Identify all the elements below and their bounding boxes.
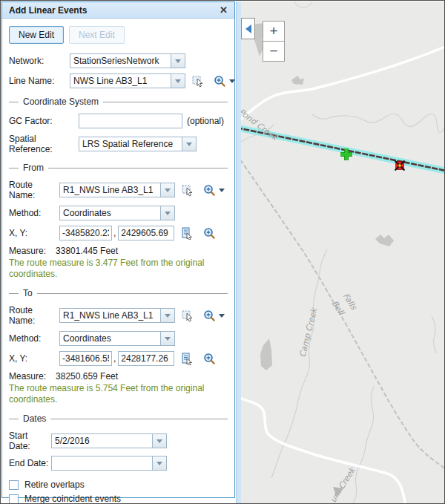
end-date-value: [51, 456, 153, 471]
line-name-dropdown-button[interactable]: [171, 73, 185, 88]
chevron-down-icon: [156, 439, 162, 443]
to-method-value: Coordinates: [59, 331, 161, 346]
to-method-dropdown-button[interactable]: [161, 331, 175, 346]
gc-factor-input[interactable]: [79, 114, 182, 128]
zoom-out-button[interactable]: −: [263, 41, 285, 62]
chevron-down-icon[interactable]: [229, 79, 235, 83]
chevron-down-icon: [165, 314, 171, 318]
from-method-select[interactable]: Coordinates: [59, 206, 175, 220]
to-measure-value: 38250.659 Feet: [56, 371, 118, 382]
from-route-name-label: Route Name:: [9, 180, 59, 200]
from-method-label: Method:: [9, 208, 59, 218]
merge-coincident-events-checkbox[interactable]: [9, 494, 19, 504]
retire-overlaps-option[interactable]: Retire overlaps: [9, 480, 228, 490]
from-section-header: From: [9, 163, 228, 173]
chevron-down-icon[interactable]: [219, 314, 225, 318]
chevron-down-icon: [165, 189, 171, 192]
zoom-plus-icon[interactable]: [214, 75, 226, 88]
to-x-input[interactable]: [59, 351, 112, 366]
panel-collapse-tab[interactable]: [241, 18, 255, 39]
line-name-select[interactable]: NWS Line AB3_L1: [70, 73, 185, 88]
zoom-in-button[interactable]: +: [263, 21, 285, 42]
select-on-map-icon[interactable]: [182, 310, 194, 322]
to-measure-note: The route measure is 5.754 Feet from the…: [9, 383, 225, 405]
to-method-select[interactable]: Coordinates: [59, 331, 175, 346]
creek-line: [352, 386, 374, 504]
zoom-to-line-group[interactable]: [214, 75, 235, 88]
chevron-down-icon: [165, 337, 171, 341]
chevron-down-icon[interactable]: [219, 189, 225, 192]
map-canvas[interactable]: Pond Creek Falls Bell Camp Creek um Cree…: [241, 1, 445, 504]
start-date-value: 5/2/2016: [51, 433, 153, 448]
line-name-value: NWS Line AB3_L1: [70, 73, 171, 88]
from-measure-value: 33801.445 Feet: [56, 246, 118, 256]
from-method-dropdown-button[interactable]: [161, 206, 175, 220]
end-date-dropdown-button[interactable]: [153, 456, 167, 471]
chevron-down-icon: [165, 212, 171, 215]
from-measure-note: The route measure is 3.477 Feet from the…: [9, 258, 225, 280]
network-select[interactable]: StationSeriesNetwork: [70, 53, 185, 68]
xy-separator: ,: [113, 353, 116, 364]
panel-title: Add Linear Events: [9, 5, 87, 16]
gc-factor-hint: (optional): [187, 116, 224, 126]
new-edit-button[interactable]: New Edit: [9, 26, 64, 44]
dates-section-header: Dates: [9, 413, 228, 424]
spatial-reference-select[interactable]: LRS Spatial Reference: [79, 137, 197, 151]
pond-polygon: [260, 338, 272, 370]
um-creek-label: um Creek: [329, 465, 358, 504]
zoom-plus-icon[interactable]: [203, 184, 216, 197]
end-date-select[interactable]: [51, 456, 167, 471]
from-route-name-dropdown-button[interactable]: [161, 183, 175, 197]
gc-factor-label: GC Factor:: [9, 116, 79, 126]
to-route-name-dropdown-button[interactable]: [161, 308, 175, 323]
chevron-down-icon: [175, 79, 181, 83]
from-x-input[interactable]: [59, 226, 112, 240]
to-point-marker[interactable]: [395, 161, 405, 171]
to-section-header: To: [9, 288, 228, 298]
to-xy-label: X, Y:: [9, 353, 59, 364]
select-on-map-icon[interactable]: [182, 184, 194, 197]
from-y-input[interactable]: [118, 226, 174, 240]
zoom-to-from-route-group[interactable]: [203, 184, 225, 197]
zoom-plus-icon[interactable]: [203, 353, 216, 365]
from-route-name-value: R1_NWS Line AB3_L1: [59, 183, 161, 197]
retire-overlaps-checkbox[interactable]: [9, 480, 19, 490]
merge-coincident-events-label: Merge coincident events: [24, 494, 121, 504]
to-measure-label: Measure:: [9, 371, 46, 382]
basemap-circle-feature: [294, 1, 313, 7]
panel-splitter[interactable]: [236, 1, 241, 504]
chevron-down-icon: [175, 59, 181, 63]
zoom-plus-icon[interactable]: [203, 227, 216, 240]
close-icon[interactable]: ✕: [220, 4, 228, 16]
network-label: Network:: [9, 56, 70, 66]
to-y-input[interactable]: [118, 351, 174, 366]
dates-section-label: Dates: [23, 413, 46, 424]
to-route-name-select[interactable]: R1_NWS Line AB3_L1: [59, 308, 175, 323]
from-measure-label: Measure:: [9, 246, 46, 256]
chevron-down-icon: [156, 462, 162, 465]
chevron-down-icon: [186, 143, 192, 146]
pond-polygon: [375, 235, 394, 246]
from-route-name-select[interactable]: R1_NWS Line AB3_L1: [59, 183, 175, 197]
zoom-to-to-route-group[interactable]: [203, 310, 225, 322]
coordinate-system-section-header: Coordinate System: [9, 96, 228, 107]
xy-separator: ,: [113, 228, 116, 238]
spatial-reference-value: LRS Spatial Reference: [79, 137, 182, 151]
spatial-reference-dropdown-button[interactable]: [182, 137, 197, 151]
start-date-select[interactable]: 5/2/2016: [51, 433, 167, 448]
start-date-label: Start Date:: [9, 431, 51, 451]
merge-coincident-events-option[interactable]: Merge coincident events: [9, 494, 228, 504]
select-on-map-icon[interactable]: [192, 75, 205, 88]
retire-overlaps-label: Retire overlaps: [24, 480, 85, 490]
network-dropdown-button[interactable]: [171, 53, 185, 68]
pick-coordinates-icon[interactable]: [181, 227, 194, 240]
coordinate-system-section-label: Coordinate System: [23, 96, 99, 107]
start-date-dropdown-button[interactable]: [153, 433, 167, 448]
from-xy-label: X, Y:: [9, 228, 59, 238]
zoom-plus-icon[interactable]: [203, 310, 216, 322]
to-route-name-label: Route Name:: [9, 305, 59, 326]
panel-titlebar: Add Linear Events ✕: [2, 2, 234, 19]
creek-line: [432, 316, 437, 353]
to-section-label: To: [23, 288, 33, 298]
pick-coordinates-icon[interactable]: [181, 353, 194, 365]
